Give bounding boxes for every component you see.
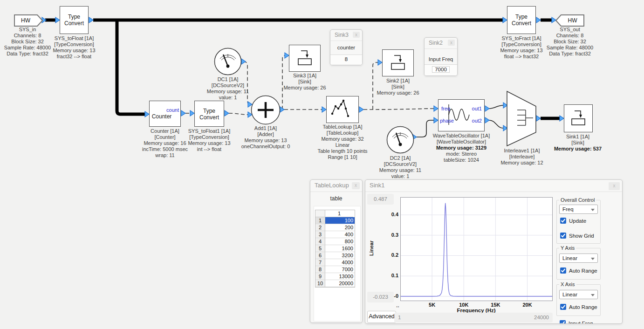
port-counter-out[interactable] <box>181 110 185 116</box>
checkbox-checked-icon[interactable] <box>560 320 566 324</box>
port-typeconvert3-in[interactable] <box>503 17 507 23</box>
block-counter[interactable]: count Counter <box>149 101 181 127</box>
table-row[interactable]: 5 1600 <box>315 245 355 252</box>
sink2-window[interactable]: Sink2 x Input Freq 7000 <box>424 37 458 76</box>
block-wavetable-oscillator[interactable]: freq phase out1 out2 <box>438 99 485 131</box>
table-row[interactable]: 1 100 <box>315 217 355 224</box>
block-sys-tofract[interactable]: Type Convert <box>507 6 536 34</box>
checkbox-checked-icon[interactable] <box>560 218 566 224</box>
port-oscillator-phase[interactable] <box>434 117 438 123</box>
table-row[interactable]: 7 4000 <box>315 259 355 266</box>
wire-out1-interleave[interactable] <box>489 105 503 109</box>
port-typeconvert1-out[interactable] <box>89 17 93 23</box>
close-icon[interactable]: x <box>353 32 360 38</box>
x-end-field[interactable]: 24000 <box>481 313 553 322</box>
table-cell[interactable]: 200 <box>325 224 355 231</box>
block-sys-in[interactable]: HW <box>14 14 43 27</box>
close-icon[interactable]: x <box>448 40 455 46</box>
wire-out2-interleave[interactable] <box>489 120 503 128</box>
port-counter-in[interactable] <box>145 111 149 117</box>
port-typeconvert2-out[interactable] <box>225 110 229 116</box>
sink2-value-field[interactable]: 7000 <box>432 66 450 73</box>
lookup-table[interactable]: 1 1 100 2 200 3 400 4 800 5 1600 <box>315 210 355 288</box>
port-typeconvert2-in[interactable] <box>190 110 194 116</box>
show-grid-checkbox[interactable]: Show Grid <box>560 233 594 239</box>
table-row[interactable]: 6 3200 <box>315 252 355 259</box>
checkbox-checked-icon[interactable] <box>560 304 566 310</box>
table-cell[interactable]: 13000 <box>325 273 355 280</box>
table-cell[interactable]: 100 <box>325 217 355 224</box>
freq-dropdown[interactable]: Freq <box>559 205 598 214</box>
close-icon[interactable]: x <box>609 182 620 190</box>
block-sink1[interactable] <box>564 104 593 132</box>
block-dc2[interactable] <box>386 125 415 154</box>
port-oscillator-out1[interactable] <box>485 106 489 111</box>
block-dc1[interactable] <box>213 47 242 76</box>
input-freq-checkbox[interactable]: Input Freq <box>560 320 593 324</box>
wire-tablelookup-oscillator[interactable] <box>363 109 434 110</box>
port-oscillator-out2[interactable] <box>485 117 489 123</box>
sink1-window[interactable]: Sink1 x 0.487 -0.023 Linear 0.40.30.20.1… <box>365 179 623 324</box>
block-add1[interactable] <box>250 95 281 125</box>
y-scale-dropdown[interactable]: Linear <box>559 254 598 263</box>
row-header[interactable]: 2 <box>315 224 325 231</box>
table-row[interactable]: 2 200 <box>315 224 355 231</box>
table-row[interactable]: 8 7000 <box>315 266 355 273</box>
wire-dc2-phase[interactable] <box>417 120 434 137</box>
y-auto-range-checkbox[interactable]: Auto Range <box>560 267 597 274</box>
row-header[interactable]: 6 <box>315 252 325 259</box>
checkbox-checked-icon[interactable] <box>560 267 566 274</box>
row-header[interactable]: 1 <box>315 217 325 224</box>
block-sys-out[interactable]: HW <box>555 14 584 27</box>
table-cell[interactable]: 4000 <box>325 259 355 266</box>
window-titlebar[interactable]: TableLookup x <box>310 180 362 192</box>
table-cell[interactable]: 800 <box>325 238 355 245</box>
x-scale-dropdown[interactable]: Linear <box>559 290 598 299</box>
row-header[interactable]: 5 <box>315 245 325 252</box>
tablelookup-window[interactable]: TableLookup x table 1 1 100 2 200 3 400 <box>310 179 363 323</box>
block-sink3[interactable] <box>289 45 321 72</box>
row-header[interactable]: 9 <box>315 273 325 280</box>
block-sink2[interactable] <box>382 49 414 76</box>
wire-typeconvert-add1[interactable] <box>229 113 248 115</box>
checkbox-checked-icon[interactable] <box>560 233 566 239</box>
table-row[interactable]: 4 800 <box>315 238 355 245</box>
block-sys-tofloat1[interactable]: Type Convert <box>194 101 224 127</box>
row-header[interactable]: 8 <box>315 266 325 273</box>
port-typeconvert3-out[interactable] <box>536 17 541 23</box>
port-sink3-in[interactable] <box>285 53 289 58</box>
table-cell[interactable]: 7000 <box>325 266 355 273</box>
table-cell[interactable]: 3200 <box>325 252 355 259</box>
x-start-field[interactable]: 1 <box>394 313 482 322</box>
row-header[interactable]: 7 <box>315 259 325 266</box>
close-icon[interactable]: x <box>352 182 360 189</box>
port-oscillator-freq[interactable] <box>434 106 438 111</box>
window-titlebar[interactable]: Sink1 x <box>365 180 622 192</box>
update-checkbox[interactable]: Update <box>560 218 586 224</box>
table-row[interactable]: 3 400 <box>315 231 355 238</box>
block-interleave1[interactable] <box>506 89 538 148</box>
port-tablelookup-in[interactable] <box>322 107 326 112</box>
advanced-button[interactable]: Advanced <box>367 311 396 323</box>
table-cell[interactable]: 20000 <box>325 280 355 287</box>
row-header[interactable]: 3 <box>315 231 325 238</box>
block-caption-sys-tofract: SYS_toFract [1A] [TypeConversion] Memory… <box>500 35 542 60</box>
row-header[interactable]: 10 <box>315 280 325 287</box>
port-sink2-in[interactable] <box>378 60 382 65</box>
wire-bus-branch-counter[interactable] <box>117 20 145 114</box>
window-titlebar[interactable]: Sink3 x <box>330 30 362 41</box>
window-titlebar[interactable]: Sink2 x <box>425 38 457 49</box>
table-row[interactable]: 9 13000 <box>315 273 355 280</box>
row-header[interactable]: 4 <box>315 238 325 245</box>
table-cell[interactable]: 400 <box>325 231 355 238</box>
block-tablelookup[interactable] <box>326 96 359 123</box>
table-cell[interactable]: 1600 <box>325 245 355 252</box>
x-auto-range-checkbox[interactable]: Auto Range <box>560 304 597 310</box>
port-tablelookup-out[interactable] <box>359 107 363 112</box>
port-sink1-in[interactable] <box>560 116 564 121</box>
table-row[interactable]: 10 20000 <box>315 280 355 287</box>
port-typeconvert1-in[interactable] <box>55 17 60 23</box>
spectrum-plot[interactable] <box>400 197 553 301</box>
block-sys-tofloat[interactable]: Type Convert <box>60 6 89 34</box>
sink3-window[interactable]: Sink3 x counter 8 <box>330 29 363 65</box>
